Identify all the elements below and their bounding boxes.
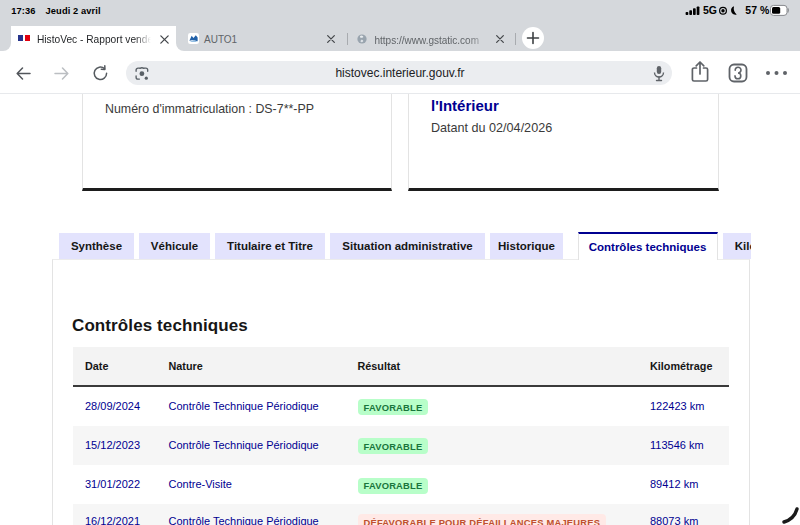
svg-text:5G: 5G [703,4,717,16]
svg-text:57 %: 57 % [745,4,770,16]
